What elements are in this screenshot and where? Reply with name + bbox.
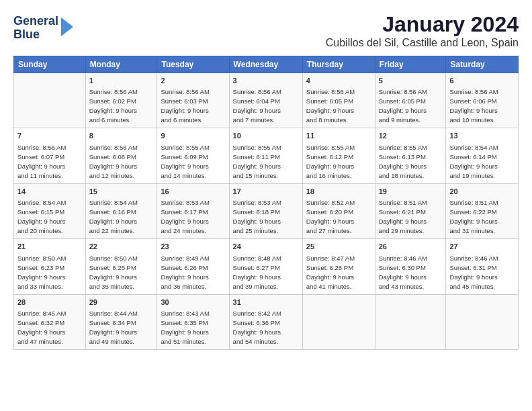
day-info: Sunrise: 8:55 AM Sunset: 6:13 PM Dayligh… (379, 144, 427, 179)
day-number: 26 (379, 242, 443, 252)
day-info: Sunrise: 8:43 AM Sunset: 6:35 PM Dayligh… (161, 310, 209, 345)
day-info: Sunrise: 8:44 AM Sunset: 6:34 PM Dayligh… (89, 310, 138, 345)
day-number: 29 (89, 298, 154, 308)
table-row: 2Sunrise: 8:56 AM Sunset: 6:03 PM Daylig… (157, 73, 229, 128)
day-number: 18 (306, 187, 371, 197)
header: General Blue January 2024 Cubillos del S… (13, 12, 519, 49)
page: General Blue January 2024 Cubillos del S… (0, 0, 532, 357)
day-info: Sunrise: 8:56 AM Sunset: 6:04 PM Dayligh… (233, 88, 281, 124)
day-number: 8 (89, 131, 154, 141)
day-number: 30 (161, 298, 225, 308)
day-number: 3 (233, 76, 299, 86)
logo-text: General Blue (13, 15, 58, 42)
table-row: 4Sunrise: 8:56 AM Sunset: 6:05 PM Daylig… (302, 73, 375, 128)
table-row: 21Sunrise: 8:50 AM Sunset: 6:23 PM Dayli… (14, 239, 86, 294)
day-number: 14 (17, 187, 82, 197)
col-saturday: Saturday (446, 56, 519, 73)
day-info: Sunrise: 8:52 AM Sunset: 6:20 PM Dayligh… (306, 199, 355, 234)
table-row: 9Sunrise: 8:55 AM Sunset: 6:09 PM Daylig… (157, 128, 229, 183)
day-number: 20 (449, 187, 515, 197)
table-row: 24Sunrise: 8:48 AM Sunset: 6:27 PM Dayli… (229, 239, 302, 294)
day-info: Sunrise: 8:56 AM Sunset: 6:07 PM Dayligh… (17, 144, 66, 179)
day-info: Sunrise: 8:53 AM Sunset: 6:18 PM Dayligh… (233, 199, 281, 234)
logo: General Blue (13, 15, 73, 42)
day-info: Sunrise: 8:45 AM Sunset: 6:32 PM Dayligh… (17, 310, 66, 345)
day-number: 22 (89, 242, 154, 252)
table-row: 28Sunrise: 8:45 AM Sunset: 6:32 PM Dayli… (14, 294, 86, 349)
calendar-row: 1Sunrise: 8:56 AM Sunset: 6:02 PM Daylig… (14, 73, 519, 128)
day-info: Sunrise: 8:56 AM Sunset: 6:05 PM Dayligh… (306, 88, 355, 124)
col-friday: Friday (375, 56, 446, 73)
table-row: 1Sunrise: 8:56 AM Sunset: 6:02 PM Daylig… (85, 73, 157, 128)
day-number: 23 (161, 242, 225, 252)
day-info: Sunrise: 8:51 AM Sunset: 6:22 PM Dayligh… (449, 199, 498, 234)
day-number: 25 (306, 242, 371, 252)
day-info: Sunrise: 8:49 AM Sunset: 6:26 PM Dayligh… (161, 255, 209, 290)
col-wednesday: Wednesday (229, 56, 302, 73)
calendar-table: Sunday Monday Tuesday Wednesday Thursday… (13, 56, 519, 350)
table-row: 14Sunrise: 8:54 AM Sunset: 6:15 PM Dayli… (14, 183, 86, 238)
day-info: Sunrise: 8:55 AM Sunset: 6:12 PM Dayligh… (306, 144, 355, 179)
calendar-row: 14Sunrise: 8:54 AM Sunset: 6:15 PM Dayli… (14, 183, 519, 238)
logo-arrow-icon (61, 17, 73, 36)
calendar-title: January 2024 (326, 12, 519, 37)
day-info: Sunrise: 8:50 AM Sunset: 6:23 PM Dayligh… (17, 255, 66, 290)
table-row: 16Sunrise: 8:53 AM Sunset: 6:17 PM Dayli… (157, 183, 229, 238)
day-info: Sunrise: 8:54 AM Sunset: 6:16 PM Dayligh… (89, 199, 138, 234)
table-row: 27Sunrise: 8:46 AM Sunset: 6:31 PM Dayli… (446, 239, 519, 294)
day-info: Sunrise: 8:55 AM Sunset: 6:09 PM Dayligh… (161, 144, 209, 179)
table-row: 3Sunrise: 8:56 AM Sunset: 6:04 PM Daylig… (229, 73, 302, 128)
table-row: 15Sunrise: 8:54 AM Sunset: 6:16 PM Dayli… (85, 183, 157, 238)
calendar-row: 7Sunrise: 8:56 AM Sunset: 6:07 PM Daylig… (14, 128, 519, 183)
day-info: Sunrise: 8:55 AM Sunset: 6:11 PM Dayligh… (233, 144, 281, 179)
day-number: 6 (449, 76, 515, 86)
day-info: Sunrise: 8:48 AM Sunset: 6:27 PM Dayligh… (233, 255, 281, 290)
table-row: 25Sunrise: 8:47 AM Sunset: 6:28 PM Dayli… (302, 239, 375, 294)
day-info: Sunrise: 8:54 AM Sunset: 6:15 PM Dayligh… (17, 199, 66, 234)
day-number: 19 (379, 187, 443, 197)
day-info: Sunrise: 8:56 AM Sunset: 6:02 PM Dayligh… (89, 88, 138, 124)
table-row (375, 294, 446, 349)
day-number: 10 (233, 131, 299, 141)
calendar-subtitle: Cubillos del Sil, Castille and Leon, Spa… (326, 37, 519, 49)
day-info: Sunrise: 8:53 AM Sunset: 6:17 PM Dayligh… (161, 199, 209, 234)
day-number: 1 (89, 76, 154, 86)
day-number: 13 (449, 131, 515, 141)
day-number: 17 (233, 187, 299, 197)
day-number: 28 (17, 298, 82, 308)
table-row: 10Sunrise: 8:55 AM Sunset: 6:11 PM Dayli… (229, 128, 302, 183)
day-number: 21 (17, 242, 82, 252)
day-number: 7 (17, 131, 82, 141)
table-row: 12Sunrise: 8:55 AM Sunset: 6:13 PM Dayli… (375, 128, 446, 183)
day-info: Sunrise: 8:56 AM Sunset: 6:03 PM Dayligh… (161, 88, 209, 124)
table-row (446, 294, 519, 349)
table-row: 19Sunrise: 8:51 AM Sunset: 6:21 PM Dayli… (375, 183, 446, 238)
day-number: 15 (89, 187, 154, 197)
day-info: Sunrise: 8:47 AM Sunset: 6:28 PM Dayligh… (306, 255, 355, 290)
day-info: Sunrise: 8:46 AM Sunset: 6:30 PM Dayligh… (379, 255, 427, 290)
table-row: 22Sunrise: 8:50 AM Sunset: 6:25 PM Dayli… (85, 239, 157, 294)
table-row: 18Sunrise: 8:52 AM Sunset: 6:20 PM Dayli… (302, 183, 375, 238)
table-row: 20Sunrise: 8:51 AM Sunset: 6:22 PM Dayli… (446, 183, 519, 238)
day-number: 2 (161, 76, 225, 86)
table-row: 7Sunrise: 8:56 AM Sunset: 6:07 PM Daylig… (14, 128, 86, 183)
day-number: 4 (306, 76, 371, 86)
day-number: 16 (161, 187, 225, 197)
table-row: 11Sunrise: 8:55 AM Sunset: 6:12 PM Dayli… (302, 128, 375, 183)
day-info: Sunrise: 8:51 AM Sunset: 6:21 PM Dayligh… (379, 199, 427, 234)
table-row: 8Sunrise: 8:56 AM Sunset: 6:08 PM Daylig… (85, 128, 157, 183)
day-info: Sunrise: 8:42 AM Sunset: 6:36 PM Dayligh… (233, 310, 281, 345)
table-row: 5Sunrise: 8:56 AM Sunset: 6:05 PM Daylig… (375, 73, 446, 128)
day-number: 27 (449, 242, 515, 252)
day-info: Sunrise: 8:50 AM Sunset: 6:25 PM Dayligh… (89, 255, 138, 290)
table-row: 6Sunrise: 8:56 AM Sunset: 6:06 PM Daylig… (446, 73, 519, 128)
table-row: 30Sunrise: 8:43 AM Sunset: 6:35 PM Dayli… (157, 294, 229, 349)
day-info: Sunrise: 8:56 AM Sunset: 6:08 PM Dayligh… (89, 144, 138, 179)
day-number: 24 (233, 242, 299, 252)
day-number: 9 (161, 131, 225, 141)
calendar-row: 21Sunrise: 8:50 AM Sunset: 6:23 PM Dayli… (14, 239, 519, 294)
title-area: January 2024 Cubillos del Sil, Castille … (326, 12, 519, 49)
day-number: 31 (233, 298, 299, 308)
day-info: Sunrise: 8:54 AM Sunset: 6:14 PM Dayligh… (449, 144, 498, 179)
col-monday: Monday (85, 56, 157, 73)
